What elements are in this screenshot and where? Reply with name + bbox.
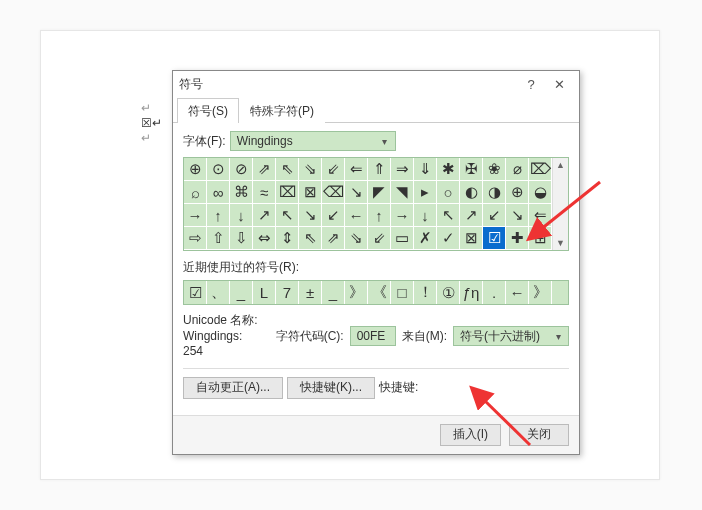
symbol-cell[interactable]: ↘ (506, 204, 529, 227)
recent-symbol-cell[interactable]: ① (437, 281, 460, 304)
symbol-cell[interactable]: ↘ (345, 181, 368, 204)
symbol-cell[interactable]: ⇩ (230, 227, 253, 250)
recent-symbol-cell[interactable]: □ (391, 281, 414, 304)
symbol-cell[interactable]: ⇖ (276, 158, 299, 181)
symbol-cell[interactable]: ⊙ (207, 158, 230, 181)
symbol-cell[interactable]: ⇔ (253, 227, 276, 250)
symbol-cell[interactable]: ⌦ (529, 158, 552, 181)
recent-symbol-cell[interactable]: 《 (368, 281, 391, 304)
symbol-cell[interactable]: ↙ (483, 204, 506, 227)
symbol-cell[interactable]: ✱ (437, 158, 460, 181)
symbol-cell[interactable]: ⊞ (529, 227, 552, 250)
symbol-cell[interactable]: ⇐ (529, 204, 552, 227)
recent-symbol-cell[interactable]: . (483, 281, 506, 304)
symbol-cell[interactable]: ✗ (414, 227, 437, 250)
symbol-cell[interactable]: ◒ (529, 181, 552, 204)
grid-scrollbar[interactable]: ▲ ▼ (552, 158, 568, 250)
symbol-cell[interactable]: ⇒ (391, 158, 414, 181)
recent-symbol-cell[interactable]: L (253, 281, 276, 304)
symbol-cell[interactable]: ⇑ (368, 158, 391, 181)
symbol-cell[interactable]: ✚ (506, 227, 529, 250)
symbol-cell[interactable]: ⇓ (414, 158, 437, 181)
symbol-cell[interactable]: ✓ (437, 227, 460, 250)
char-code-input[interactable]: 00FE (350, 326, 396, 346)
symbol-cell[interactable]: ⇖ (299, 227, 322, 250)
symbol-cell[interactable]: ▸ (414, 181, 437, 204)
symbol-cell[interactable]: ⇐ (345, 158, 368, 181)
font-combo[interactable]: Wingdings ▾ (230, 131, 396, 151)
font-value: Wingdings (237, 134, 377, 148)
recent-symbol-cell[interactable]: 》 (345, 281, 368, 304)
symbol-cell[interactable]: ↑ (368, 204, 391, 227)
symbol-cell[interactable]: ⇗ (253, 158, 276, 181)
recent-symbol-cell[interactable]: ← (506, 281, 529, 304)
checkbox-symbol-text: ☒↵ (141, 116, 162, 130)
symbol-cell[interactable]: ◐ (460, 181, 483, 204)
recent-symbol-cell[interactable]: _ (230, 281, 253, 304)
symbol-cell[interactable]: ← (345, 204, 368, 227)
symbol-cell[interactable]: ◤ (368, 181, 391, 204)
symbol-cell[interactable]: ✠ (460, 158, 483, 181)
shortcut-button[interactable]: 快捷键(K)... (287, 377, 375, 399)
symbol-cell[interactable]: ↗ (253, 204, 276, 227)
symbol-cell[interactable]: ⌘ (230, 181, 253, 204)
symbol-cell[interactable]: ⇙ (322, 158, 345, 181)
symbol-cell[interactable]: ◥ (391, 181, 414, 204)
help-button[interactable]: ? (517, 77, 545, 92)
symbol-cell[interactable]: ↘ (299, 204, 322, 227)
close-dialog-button[interactable]: 关闭 (509, 424, 569, 446)
symbol-cell[interactable]: ⇘ (345, 227, 368, 250)
symbol-cell[interactable]: ☑ (483, 227, 506, 250)
symbol-cell[interactable]: ⇨ (184, 227, 207, 250)
tab-symbols[interactable]: 符号(S) (177, 98, 239, 123)
shortcut-label: 快捷键: (379, 379, 418, 396)
symbol-cell[interactable]: ⊕ (184, 158, 207, 181)
symbol-cell[interactable]: ↑ (207, 204, 230, 227)
recent-symbol-cell[interactable]: ☑ (184, 281, 207, 304)
symbol-cell[interactable]: ↙ (322, 204, 345, 227)
from-combo[interactable]: 符号(十六进制) ▾ (453, 326, 569, 346)
tab-special-characters[interactable]: 特殊字符(P) (239, 98, 325, 123)
symbol-cell[interactable]: ↖ (437, 204, 460, 227)
symbol-grid-container: ⊕⊙⊘⇗⇖⇘⇙⇐⇑⇒⇓✱✠❀⌀⌦⌕∞⌘≈⌧⊠⌫↘◤◥▸○◐◑⊕◒→↑↓↗↖↘↙←… (183, 157, 569, 251)
recent-symbol-cell[interactable]: 、 (207, 281, 230, 304)
symbol-cell[interactable]: ⌧ (276, 181, 299, 204)
recent-symbol-cell[interactable]: ƒη (460, 281, 483, 304)
symbol-cell[interactable]: ⇕ (276, 227, 299, 250)
symbol-cell[interactable]: ▭ (391, 227, 414, 250)
recent-symbol-cell[interactable]: 7 (276, 281, 299, 304)
symbol-cell[interactable]: ↓ (230, 204, 253, 227)
symbol-cell[interactable]: ◑ (483, 181, 506, 204)
tab-strip: 符号(S) 特殊字符(P) (173, 97, 579, 123)
symbol-cell[interactable]: ⌫ (322, 181, 345, 204)
symbol-cell[interactable]: ⌕ (184, 181, 207, 204)
symbol-cell[interactable]: → (391, 204, 414, 227)
symbol-cell[interactable]: ↖ (276, 204, 299, 227)
insert-button[interactable]: 插入(I) (440, 424, 501, 446)
recent-symbol-cell[interactable]: 》 (529, 281, 552, 304)
symbol-cell[interactable]: ⇧ (207, 227, 230, 250)
autocorrect-button[interactable]: 自动更正(A)... (183, 377, 283, 399)
symbol-cell[interactable]: → (184, 204, 207, 227)
symbol-cell[interactable]: ⇘ (299, 158, 322, 181)
symbol-cell[interactable]: ↓ (414, 204, 437, 227)
recent-symbol-cell[interactable]: ！ (414, 281, 437, 304)
symbol-cell[interactable]: ⊠ (299, 181, 322, 204)
recent-symbol-cell[interactable]: _ (322, 281, 345, 304)
symbol-cell[interactable]: ⊕ (506, 181, 529, 204)
scroll-up-icon[interactable]: ▲ (553, 158, 568, 172)
char-code-value: 00FE (357, 329, 393, 343)
close-button[interactable]: ✕ (545, 77, 573, 92)
symbol-cell[interactable]: ○ (437, 181, 460, 204)
symbol-cell[interactable]: ⊘ (230, 158, 253, 181)
symbol-cell[interactable]: ∞ (207, 181, 230, 204)
symbol-cell[interactable]: ⌀ (506, 158, 529, 181)
symbol-cell[interactable]: ⊠ (460, 227, 483, 250)
symbol-cell[interactable]: ≈ (253, 181, 276, 204)
recent-symbol-cell[interactable]: ± (299, 281, 322, 304)
symbol-cell[interactable]: ↗ (460, 204, 483, 227)
symbol-cell[interactable]: ⇗ (322, 227, 345, 250)
symbol-cell[interactable]: ❀ (483, 158, 506, 181)
symbol-cell[interactable]: ⇙ (368, 227, 391, 250)
scroll-down-icon[interactable]: ▼ (553, 236, 568, 250)
